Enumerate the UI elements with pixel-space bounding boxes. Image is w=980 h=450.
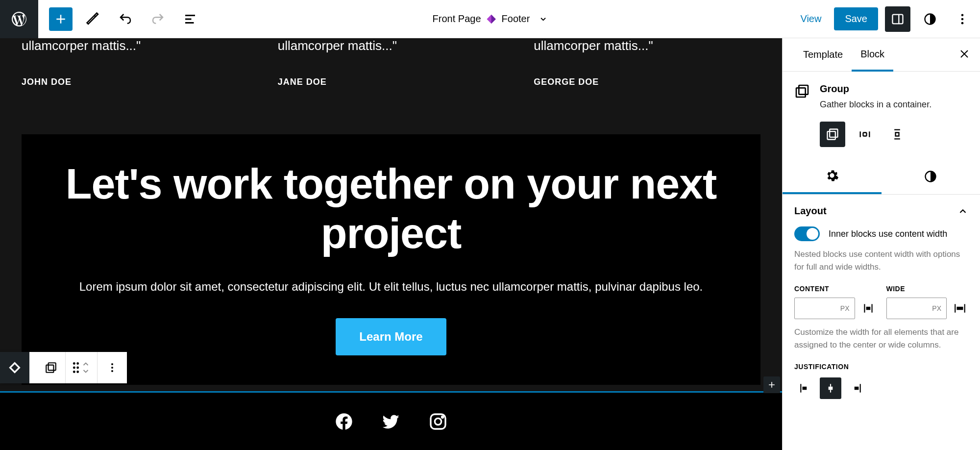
block-description: Gather blocks in a container. bbox=[820, 100, 931, 110]
content-align-icon[interactable] bbox=[860, 300, 877, 317]
testimonial-name: JOHN DOE bbox=[22, 77, 248, 87]
redo-button[interactable] bbox=[146, 7, 170, 31]
justify-center[interactable] bbox=[820, 377, 841, 399]
cta-body[interactable]: Lorem ipsum dolor sit amet, consectetur … bbox=[61, 277, 721, 296]
svg-rect-35 bbox=[830, 390, 831, 392]
variation-row[interactable] bbox=[852, 122, 878, 147]
top-toolbar: Front Page Footer View Save bbox=[0, 0, 980, 38]
svg-point-18 bbox=[435, 418, 441, 425]
document-overview-button[interactable] bbox=[178, 7, 202, 31]
width-controls: CONTENT PX WIDE PX bbox=[794, 285, 968, 319]
tab-template[interactable]: Template bbox=[794, 39, 852, 70]
gear-icon bbox=[825, 169, 839, 182]
instagram-icon[interactable] bbox=[428, 412, 448, 431]
block-card: Group Gather blocks in a container. bbox=[783, 72, 980, 122]
testimonial[interactable]: ullamcorper mattis..." JOHN DOE bbox=[22, 38, 248, 87]
tools-button[interactable] bbox=[81, 7, 105, 31]
testimonial-name: JANE DOE bbox=[278, 77, 505, 87]
svg-rect-27 bbox=[866, 307, 870, 310]
drag-handle-icon bbox=[73, 362, 79, 373]
doc-page-label: Front Page bbox=[433, 13, 481, 25]
inspector-tabs bbox=[783, 159, 980, 195]
layout-panel-toggle[interactable]: Layout bbox=[794, 205, 968, 217]
svg-rect-7 bbox=[48, 363, 55, 370]
styles-button[interactable] bbox=[917, 6, 943, 32]
svg-rect-6 bbox=[46, 365, 53, 373]
move-down-icon[interactable] bbox=[81, 368, 90, 375]
parent-block-button[interactable] bbox=[0, 352, 29, 383]
contrast-icon bbox=[924, 170, 937, 183]
toggle-label: Inner blocks use content width bbox=[829, 229, 947, 239]
content-width-toggle[interactable] bbox=[794, 226, 820, 241]
variation-group[interactable] bbox=[820, 122, 845, 147]
toolbar-left bbox=[38, 7, 202, 31]
svg-point-13 bbox=[76, 371, 79, 373]
testimonial[interactable]: ullamcorper mattis..." JANE DOE bbox=[278, 38, 505, 87]
testimonial-quote: ullamcorper mattis..." bbox=[278, 38, 505, 53]
subtab-styles[interactable] bbox=[882, 159, 980, 194]
block-variations bbox=[783, 122, 980, 159]
svg-point-19 bbox=[442, 416, 443, 418]
close-sidebar-button[interactable] bbox=[958, 48, 970, 62]
svg-point-14 bbox=[111, 363, 113, 365]
view-button[interactable]: View bbox=[794, 9, 827, 28]
toolbar-right: View Save bbox=[794, 6, 975, 32]
justification-label: JUSTIFICATION bbox=[794, 363, 968, 371]
svg-rect-21 bbox=[799, 85, 808, 95]
settings-sidebar-toggle[interactable] bbox=[885, 6, 910, 32]
block-name: Group bbox=[820, 83, 931, 95]
svg-rect-30 bbox=[957, 307, 963, 310]
svg-rect-28 bbox=[955, 304, 956, 312]
width-help: Customize the width for all elements tha… bbox=[794, 326, 968, 351]
svg-point-5 bbox=[961, 22, 964, 24]
testimonial-quote: ullamcorper mattis..." bbox=[22, 38, 248, 53]
testimonial-name: GEORGE DOE bbox=[534, 77, 760, 87]
chevron-up-icon bbox=[957, 206, 968, 217]
twitter-icon[interactable] bbox=[381, 412, 401, 431]
svg-rect-22 bbox=[828, 131, 835, 139]
wide-align-icon[interactable] bbox=[952, 300, 968, 317]
block-type-button[interactable] bbox=[36, 352, 66, 383]
testimonial[interactable]: ullamcorper mattis..." GEORGE DOE bbox=[534, 38, 760, 87]
add-block-inline-button[interactable] bbox=[763, 376, 780, 393]
block-toolbar bbox=[0, 352, 127, 383]
add-block-button[interactable] bbox=[49, 7, 73, 31]
cta-button[interactable]: Learn More bbox=[336, 318, 446, 355]
doc-part-label: Footer bbox=[502, 13, 530, 25]
variation-stack[interactable] bbox=[884, 122, 910, 147]
layout-title: Layout bbox=[794, 205, 827, 217]
footer-template-part[interactable] bbox=[0, 391, 782, 450]
justify-left[interactable] bbox=[794, 377, 816, 399]
editor-canvas[interactable]: ullamcorper mattis..." JOHN DOE ullamcor… bbox=[0, 38, 782, 450]
wide-width-input[interactable]: PX bbox=[886, 298, 947, 319]
svg-rect-37 bbox=[860, 384, 861, 392]
document-title[interactable]: Front Page Footer bbox=[433, 13, 548, 25]
options-menu-button[interactable] bbox=[950, 6, 975, 32]
subtab-settings[interactable] bbox=[783, 159, 882, 194]
content-width-input[interactable]: PX bbox=[794, 298, 855, 319]
svg-point-10 bbox=[73, 367, 75, 369]
cta-block[interactable]: Let's work together on your next project… bbox=[22, 134, 760, 385]
group-icon bbox=[794, 83, 810, 99]
svg-rect-31 bbox=[800, 384, 801, 392]
svg-point-16 bbox=[111, 370, 113, 372]
block-mover[interactable] bbox=[66, 352, 98, 383]
justification-controls bbox=[794, 377, 968, 399]
svg-rect-0 bbox=[893, 14, 903, 24]
svg-point-3 bbox=[961, 14, 964, 16]
svg-rect-34 bbox=[830, 384, 831, 386]
sidebar-tabs: Template Block bbox=[783, 38, 980, 72]
cta-heading[interactable]: Let's work together on your next project bbox=[61, 159, 721, 258]
facebook-icon[interactable] bbox=[334, 412, 354, 431]
svg-rect-20 bbox=[796, 88, 806, 97]
save-button[interactable]: Save bbox=[834, 7, 878, 30]
svg-rect-32 bbox=[803, 387, 807, 390]
wordpress-logo[interactable] bbox=[0, 0, 38, 38]
move-up-icon[interactable] bbox=[81, 360, 90, 367]
tab-block[interactable]: Block bbox=[852, 39, 893, 72]
svg-rect-33 bbox=[829, 387, 833, 390]
justify-right[interactable] bbox=[845, 377, 867, 399]
content-width-toggle-row: Inner blocks use content width bbox=[794, 226, 968, 241]
undo-button[interactable] bbox=[114, 7, 137, 31]
block-options-button[interactable] bbox=[98, 352, 127, 383]
